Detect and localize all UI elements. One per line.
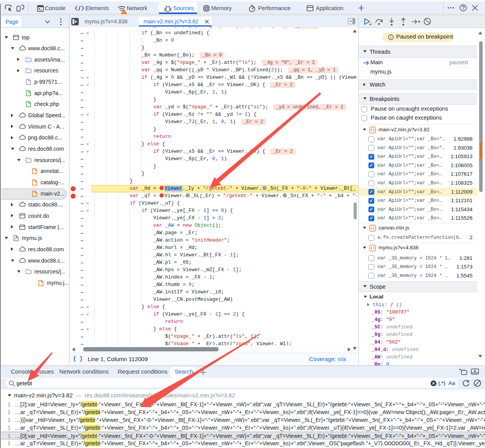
svg-text:!: ! (124, 11, 125, 14)
